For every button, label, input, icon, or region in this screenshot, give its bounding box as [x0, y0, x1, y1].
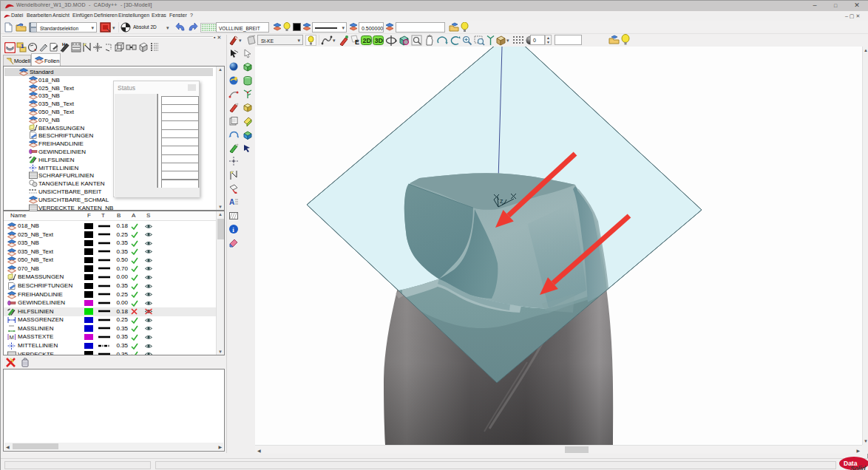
svg-text:Solid: Solid [850, 465, 867, 470]
svg-text:E: E [355, 38, 359, 46]
svg-text:z: z [500, 197, 503, 205]
svg-text:3D: 3D [375, 37, 384, 44]
svg-text:1: 1 [21, 43, 24, 50]
svg-text:A: A [229, 198, 234, 206]
svg-text:2D: 2D [363, 37, 372, 44]
